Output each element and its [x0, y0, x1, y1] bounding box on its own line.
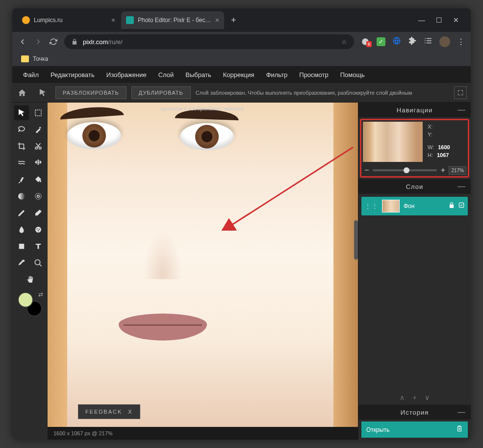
canvas-scrollbar[interactable]	[354, 103, 358, 427]
maximize-panel-icon[interactable]	[454, 86, 467, 99]
reload-button[interactable]	[50, 38, 57, 46]
cutout-tool[interactable]	[31, 139, 46, 154]
zoom-out-button[interactable]: −	[363, 166, 371, 175]
smudge-tool[interactable]	[14, 222, 29, 237]
eyedropper-tool[interactable]	[14, 256, 29, 270]
menu-help[interactable]: Помощь	[334, 66, 371, 83]
feedback-close[interactable]: X	[128, 409, 132, 415]
shape-tool[interactable]	[14, 239, 29, 254]
menu-filter[interactable]: Фильтр	[260, 66, 294, 83]
maximize-button[interactable]: ☐	[436, 16, 442, 24]
browser-tab-1[interactable]: Lumpics.ru ×	[17, 11, 120, 29]
menu-image[interactable]: Изображение	[101, 66, 153, 83]
sponge-tool[interactable]	[31, 222, 46, 237]
nav-collapse-icon[interactable]: —	[458, 105, 466, 114]
marquee-tool[interactable]	[31, 105, 46, 120]
duplicate-button[interactable]: ДУБЛИРОВАТЬ	[131, 86, 191, 99]
extension-globe-icon[interactable]	[392, 36, 401, 47]
svg-point-7	[37, 195, 40, 198]
titlebar: Lumpics.ru × Photo Editor: Pixlr E - бес…	[12, 8, 471, 32]
feedback-button[interactable]: FEEDBACK X	[78, 404, 140, 419]
address-bar: pixlr.com/ru/e/ ☆ 6 ✓ ⋮	[12, 32, 471, 52]
zoom-value[interactable]: 217%	[449, 166, 466, 175]
menu-select[interactable]: Выбрать	[179, 66, 217, 83]
swap-colors-icon[interactable]: ⇄	[38, 291, 43, 298]
h-value: 1067	[437, 152, 449, 158]
clone-tool[interactable]	[31, 156, 46, 170]
hand-tool[interactable]	[23, 272, 37, 287]
wand-tool[interactable]	[31, 122, 46, 137]
svg-point-6	[35, 193, 41, 199]
foreground-color[interactable]	[18, 292, 33, 308]
layers-collapse-icon[interactable]: —	[458, 182, 466, 191]
new-tab-button[interactable]: +	[225, 15, 242, 26]
brush-tool[interactable]	[14, 172, 29, 187]
svg-rect-15	[458, 426, 461, 431]
window-controls: — ☐ ✕	[407, 16, 471, 24]
add-layer-icon[interactable]: +	[412, 394, 416, 401]
y-label: Y:	[428, 132, 432, 137]
tab-close-2[interactable]: ×	[215, 16, 219, 24]
sharpen-tool[interactable]	[31, 189, 46, 204]
liquify-tool[interactable]	[14, 156, 29, 170]
menu-edit[interactable]: Редактировать	[45, 66, 101, 83]
svg-point-11	[38, 230, 39, 231]
bookmark-item[interactable]: Точка	[33, 55, 48, 62]
eraser-tool[interactable]	[31, 206, 46, 220]
menu-view[interactable]: Просмотр	[293, 66, 334, 83]
color-swatches[interactable]: ⇄	[18, 292, 42, 316]
menu-layer[interactable]: Слой	[153, 66, 180, 83]
text-tool[interactable]	[31, 239, 46, 254]
svg-rect-12	[19, 244, 25, 249]
layer-thumbnail[interactable]	[382, 200, 400, 212]
zoom-tool[interactable]	[31, 256, 46, 270]
pen-tool[interactable]	[14, 206, 29, 220]
layer-down-icon[interactable]: ∨	[425, 394, 430, 401]
layer-grip-icon[interactable]: ⋮⋮	[364, 205, 378, 208]
menu-file[interactable]: Файл	[17, 66, 45, 83]
reading-list-icon[interactable]	[424, 36, 432, 47]
folder-icon	[21, 55, 29, 62]
unlock-button[interactable]: РАЗБЛОКИРОВАТЬ	[55, 86, 127, 99]
nav-thumbnail[interactable]	[363, 122, 423, 162]
minimize-button[interactable]: —	[418, 16, 425, 24]
status-bar: 1600 x 1067 px @ 217%	[48, 427, 358, 440]
layer-item[interactable]: ⋮⋮ Фон	[361, 197, 468, 215]
extension-badge[interactable]: 6	[361, 37, 370, 46]
extensions-icon[interactable]	[408, 36, 417, 47]
extension-check-icon[interactable]: ✓	[377, 37, 385, 46]
close-window-button[interactable]: ✕	[453, 16, 459, 24]
tab-label-2: Photo Editor: Pixlr E - бесплатн	[138, 17, 211, 24]
right-panels: Навигации — X: Y: W:1600 H:1067 −	[358, 103, 471, 440]
lasso-tool[interactable]	[14, 122, 29, 137]
history-item[interactable]: Открыть	[361, 422, 468, 438]
fill-tool[interactable]	[31, 172, 46, 187]
pointer-icon[interactable]	[35, 85, 51, 101]
svg-rect-14	[459, 203, 463, 207]
home-icon[interactable]	[14, 85, 30, 101]
back-button[interactable]	[18, 37, 27, 46]
profile-avatar[interactable]	[439, 36, 450, 47]
history-panel: Открыть	[358, 420, 471, 440]
layers-panel: ⋮⋮ Фон	[358, 194, 471, 390]
forward-button[interactable]	[34, 37, 43, 46]
tab-close-1[interactable]: ×	[111, 16, 115, 24]
zoom-slider[interactable]	[373, 169, 437, 171]
history-collapse-icon[interactable]: —	[458, 408, 466, 417]
browser-tab-2[interactable]: Photo Editor: Pixlr E - бесплатн ×	[121, 11, 224, 29]
crop-tool[interactable]	[14, 139, 29, 154]
star-icon[interactable]: ☆	[341, 38, 347, 46]
layers-title: Слои	[406, 183, 424, 190]
move-tool[interactable]	[14, 105, 29, 120]
gradient-tool[interactable]	[14, 189, 29, 204]
zoom-in-button[interactable]: +	[439, 166, 447, 175]
layer-up-icon[interactable]: ∧	[400, 394, 405, 401]
clipboard-icon	[456, 425, 463, 434]
visibility-icon[interactable]	[458, 202, 465, 211]
lock-icon[interactable]	[448, 202, 455, 211]
svg-point-8	[35, 227, 41, 233]
canvas[interactable]	[48, 103, 358, 440]
browser-menu-icon[interactable]: ⋮	[457, 37, 465, 47]
url-field[interactable]: pixlr.com/ru/e/ ☆	[64, 34, 354, 49]
menu-adjustment[interactable]: Коррекция	[217, 66, 260, 83]
